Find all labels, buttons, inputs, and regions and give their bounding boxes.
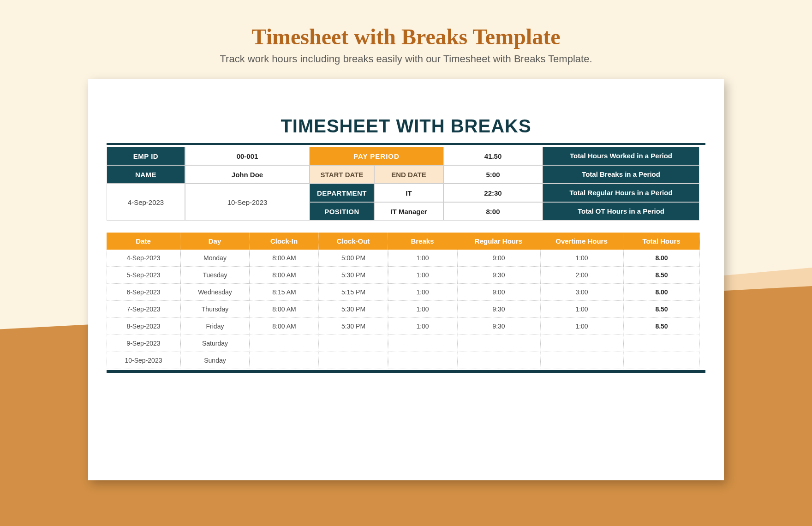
table-cell: 2:00 bbox=[540, 267, 623, 284]
table-cell: 1:00 bbox=[388, 318, 457, 335]
table-cell: 4-Sep-2023 bbox=[107, 250, 180, 267]
table-cell: 5:30 PM bbox=[319, 301, 388, 318]
table-cell bbox=[623, 335, 700, 352]
table-cell bbox=[540, 352, 623, 369]
table-cell: 1:00 bbox=[388, 250, 457, 267]
table-cell bbox=[623, 352, 700, 369]
col-header: Total Hours bbox=[623, 233, 700, 250]
table-cell: Tuesday bbox=[180, 267, 250, 284]
table-cell: 8-Sep-2023 bbox=[107, 318, 180, 335]
col-header: Clock-In bbox=[250, 233, 319, 250]
table-cell: 8:00 AM bbox=[250, 267, 319, 284]
label-total-breaks: Total Breaks in a Period bbox=[543, 165, 699, 184]
table-cell: 8:00 AM bbox=[250, 250, 319, 267]
divider bbox=[107, 143, 705, 145]
col-header: Breaks bbox=[388, 233, 457, 250]
table-cell: 8.00 bbox=[623, 250, 700, 267]
timesheet-table: DateDayClock-InClock-OutBreaksRegular Ho… bbox=[107, 233, 705, 369]
table-cell bbox=[388, 352, 457, 369]
value-total-ot: 8:00 bbox=[443, 202, 543, 221]
table-cell: 5-Sep-2023 bbox=[107, 267, 180, 284]
col-header: Date bbox=[107, 233, 180, 250]
label-emp-id: EMP ID bbox=[107, 147, 185, 165]
table-cell: 9:00 bbox=[457, 284, 540, 301]
table-cell: Friday bbox=[180, 318, 250, 335]
table-cell: 1:00 bbox=[540, 250, 623, 267]
bottom-rule bbox=[107, 370, 705, 373]
table-cell: 9:30 bbox=[457, 301, 540, 318]
table-cell: Saturday bbox=[180, 335, 250, 352]
table-cell: 8:15 AM bbox=[250, 284, 319, 301]
value-department: IT bbox=[374, 184, 443, 202]
page-title: Timesheet with Breaks Template bbox=[0, 24, 812, 49]
label-total-worked: Total Hours Worked in a Period bbox=[543, 147, 699, 165]
table-cell: 9:30 bbox=[457, 318, 540, 335]
value-start-date: 4-Sep-2023 bbox=[107, 184, 185, 221]
table-cell: 9:30 bbox=[457, 267, 540, 284]
sheet-title: TIMESHEET WITH BREAKS bbox=[107, 116, 705, 137]
table-cell bbox=[250, 335, 319, 352]
table-cell: 10-Sep-2023 bbox=[107, 352, 180, 369]
table-cell: 5:30 PM bbox=[319, 318, 388, 335]
table-cell: 1:00 bbox=[388, 301, 457, 318]
table-cell: 5:00 PM bbox=[319, 250, 388, 267]
table-cell: 8.50 bbox=[623, 318, 700, 335]
value-end-date: 10-Sep-2023 bbox=[185, 184, 310, 221]
table-cell: 1:00 bbox=[540, 301, 623, 318]
table-cell: 6-Sep-2023 bbox=[107, 284, 180, 301]
table-cell bbox=[457, 335, 540, 352]
table-cell: 9-Sep-2023 bbox=[107, 335, 180, 352]
info-grid: EMP ID 00-001 PAY PERIOD 41.50 Total Hou… bbox=[107, 147, 705, 221]
table-cell: 8.50 bbox=[623, 267, 700, 284]
value-emp-id: 00-001 bbox=[185, 147, 310, 165]
table-cell: Wednesday bbox=[180, 284, 250, 301]
table-cell: 8:00 AM bbox=[250, 318, 319, 335]
table-cell: 8.00 bbox=[623, 284, 700, 301]
col-header: Day bbox=[180, 233, 250, 250]
label-pay-period: PAY PERIOD bbox=[310, 147, 443, 165]
table-cell: 1:00 bbox=[540, 318, 623, 335]
table-cell: Sunday bbox=[180, 352, 250, 369]
table-cell: 3:00 bbox=[540, 284, 623, 301]
table-cell: 5:30 PM bbox=[319, 267, 388, 284]
page-subtitle: Track work hours including breaks easily… bbox=[0, 53, 812, 65]
value-total-worked: 41.50 bbox=[443, 147, 543, 165]
label-total-regular: Total Regular Hours in a Period bbox=[543, 184, 699, 202]
table-cell: 9:00 bbox=[457, 250, 540, 267]
template-card: TIMESHEET WITH BREAKS EMP ID 00-001 PAY … bbox=[88, 79, 724, 480]
table-cell: 8.50 bbox=[623, 301, 700, 318]
table-cell: 7-Sep-2023 bbox=[107, 301, 180, 318]
table-cell bbox=[457, 352, 540, 369]
table-cell bbox=[319, 352, 388, 369]
col-header: Clock-Out bbox=[319, 233, 388, 250]
table-cell: 1:00 bbox=[388, 267, 457, 284]
table-cell: 5:15 PM bbox=[319, 284, 388, 301]
label-start-date: START DATE bbox=[310, 165, 374, 184]
table-cell: 1:00 bbox=[388, 284, 457, 301]
table-cell: Monday bbox=[180, 250, 250, 267]
value-name: John Doe bbox=[185, 165, 310, 184]
value-position: IT Manager bbox=[374, 202, 443, 221]
table-cell bbox=[319, 335, 388, 352]
table-cell bbox=[388, 335, 457, 352]
label-name: NAME bbox=[107, 165, 185, 184]
label-total-ot: Total OT Hours in a Period bbox=[543, 202, 699, 221]
label-position: POSITION bbox=[310, 202, 374, 221]
label-end-date: END DATE bbox=[374, 165, 443, 184]
table-cell bbox=[250, 352, 319, 369]
col-header: Overtime Hours bbox=[540, 233, 623, 250]
table-cell bbox=[540, 335, 623, 352]
col-header: Regular Hours bbox=[457, 233, 540, 250]
value-total-breaks: 5:00 bbox=[443, 165, 543, 184]
table-cell: Thursday bbox=[180, 301, 250, 318]
label-department: DEPARTMENT bbox=[310, 184, 374, 202]
table-cell: 8:00 AM bbox=[250, 301, 319, 318]
value-total-regular: 22:30 bbox=[443, 184, 543, 202]
